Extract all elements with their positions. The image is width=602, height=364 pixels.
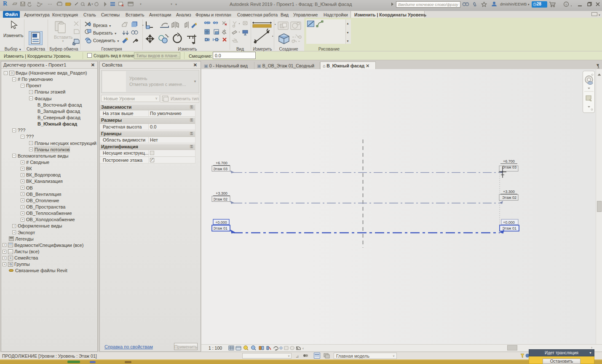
svg-text:Этаж 03: Этаж 03 bbox=[213, 167, 227, 171]
svg-text:Этаж 01: Этаж 01 bbox=[213, 226, 227, 230]
svg-text:A: A bbox=[88, 2, 91, 7]
svg-text:+0.000: +0.000 bbox=[215, 220, 227, 225]
svg-text:+3.300: +3.300 bbox=[216, 191, 227, 195]
svg-text:+6.700: +6.700 bbox=[503, 159, 515, 163]
svg-text:‹: ‹ bbox=[302, 346, 304, 351]
svg-text:+6.700: +6.700 bbox=[216, 161, 227, 165]
svg-text:Этаж 02: Этаж 02 bbox=[502, 195, 516, 200]
svg-text:?: ? bbox=[565, 3, 567, 7]
svg-text:Этаж 02: Этаж 02 bbox=[213, 197, 227, 201]
svg-text:+3.300: +3.300 bbox=[503, 190, 515, 194]
svg-text:+0.000: +0.000 bbox=[503, 220, 515, 225]
svg-text:Этаж 01: Этаж 01 bbox=[502, 226, 516, 230]
